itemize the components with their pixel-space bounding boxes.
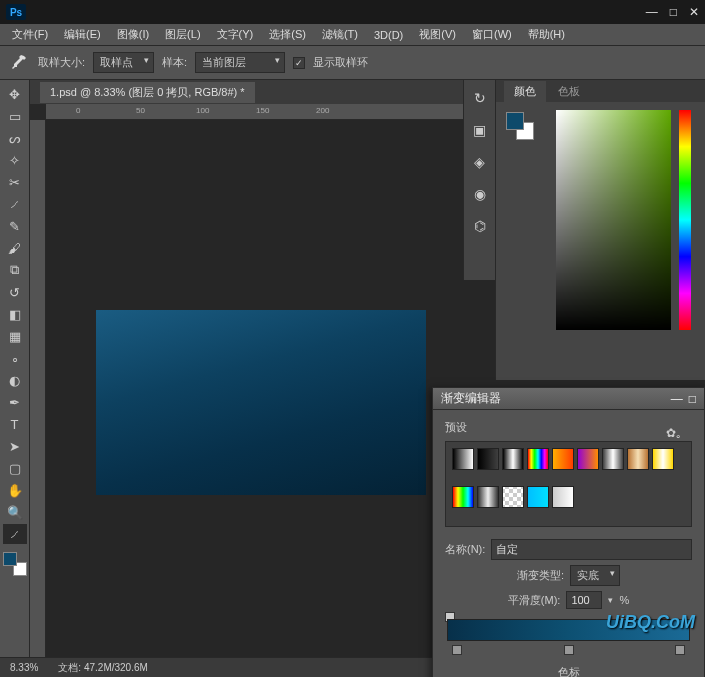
docinfo-value: 47.2M/320.6M — [84, 662, 148, 673]
menubar: 文件(F) 编辑(E) 图像(I) 图层(L) 文字(Y) 选择(S) 滤镜(T… — [0, 24, 705, 46]
gradient-preset[interactable] — [552, 448, 574, 470]
active-eyedropper[interactable]: ⟋ — [3, 524, 27, 544]
color-swatches[interactable] — [3, 552, 27, 576]
pen-tool[interactable]: ✒ — [3, 392, 27, 412]
hand-tool[interactable]: ✋ — [3, 480, 27, 500]
panel-color-swatch[interactable] — [506, 112, 534, 140]
dialog-minimize-icon[interactable]: — — [671, 392, 683, 406]
menu-select[interactable]: 选择(S) — [263, 25, 312, 44]
menu-edit[interactable]: 编辑(E) — [58, 25, 107, 44]
move-tool[interactable]: ✥ — [3, 84, 27, 104]
magic-wand-tool[interactable]: ✧ — [3, 150, 27, 170]
healing-brush-tool[interactable]: ✎ — [3, 216, 27, 236]
sample-layer-dropdown[interactable]: 当前图层 — [195, 52, 285, 73]
menu-file[interactable]: 文件(F) — [6, 25, 54, 44]
gradient-preset[interactable] — [552, 486, 574, 508]
gradient-type-dropdown[interactable]: 实底 — [570, 565, 620, 586]
minimize-button[interactable]: — — [646, 5, 658, 19]
gradient-preset[interactable] — [527, 486, 549, 508]
show-ring-checkbox[interactable]: ✓ — [293, 57, 305, 69]
sample-size-label: 取样大小: — [38, 55, 85, 70]
dodge-tool[interactable]: ◐ — [3, 370, 27, 390]
shape-tool[interactable]: ▢ — [3, 458, 27, 478]
zoom-level[interactable]: 8.33% — [10, 662, 38, 673]
menu-layer[interactable]: 图层(L) — [159, 25, 206, 44]
eyedropper-icon — [8, 52, 30, 74]
gradient-preset[interactable] — [602, 448, 624, 470]
history-brush-tool[interactable]: ↺ — [3, 282, 27, 302]
document-tab[interactable]: 1.psd @ 8.33% (图层 0 拷贝, RGB/8#) * — [40, 82, 255, 103]
crop-tool[interactable]: ✂ — [3, 172, 27, 192]
dialog-title: 渐变编辑器 — [441, 390, 501, 407]
presets-label: 预设 — [445, 420, 467, 435]
channels-icon[interactable]: ◉ — [470, 184, 490, 204]
menu-image[interactable]: 图像(I) — [111, 25, 155, 44]
gradient-preset[interactable] — [627, 448, 649, 470]
brush-tool[interactable]: 🖌 — [3, 238, 27, 258]
sample-label: 样本: — [162, 55, 187, 70]
dialog-titlebar[interactable]: 渐变编辑器 — □ — [433, 388, 704, 410]
gradient-preset[interactable] — [452, 448, 474, 470]
color-stop[interactable] — [452, 645, 462, 655]
panel-dock: ↻ ▣ ◈ ◉ ⌬ — [463, 80, 495, 280]
gradient-type-label: 渐变类型: — [517, 568, 564, 583]
docinfo-label: 文档: — [58, 662, 81, 673]
gradient-preset[interactable] — [502, 448, 524, 470]
gradient-preset[interactable] — [477, 448, 499, 470]
menu-filter[interactable]: 滤镜(T) — [316, 25, 364, 44]
tools-panel: ✥ ▭ ᔕ ✧ ✂ ⟋ ✎ 🖌 ⧉ ↺ ◧ ▦ ∘ ◐ ✒ T ➤ ▢ ✋ 🔍 … — [0, 80, 30, 657]
color-stop[interactable] — [564, 645, 574, 655]
type-tool[interactable]: T — [3, 414, 27, 434]
menu-view[interactable]: 视图(V) — [413, 25, 462, 44]
close-button[interactable]: ✕ — [689, 5, 699, 19]
history-icon[interactable]: ↻ — [470, 88, 490, 108]
tab-color[interactable]: 颜色 — [504, 81, 546, 102]
zoom-tool[interactable]: 🔍 — [3, 502, 27, 522]
percent-label: % — [619, 594, 629, 606]
gradient-preset[interactable] — [452, 486, 474, 508]
maximize-button[interactable]: □ — [670, 5, 677, 19]
gradient-preset[interactable] — [577, 448, 599, 470]
titlebar: Ps — □ ✕ — [0, 0, 705, 24]
layers-icon[interactable]: ◈ — [470, 152, 490, 172]
path-select-tool[interactable]: ➤ — [3, 436, 27, 456]
lasso-tool[interactable]: ᔕ — [3, 128, 27, 148]
gradient-stops — [447, 645, 690, 657]
gradient-name-input[interactable]: 自定 — [491, 539, 692, 560]
color-panel: 颜色 色板 — [495, 80, 705, 380]
gradient-preset[interactable] — [652, 448, 674, 470]
show-ring-label: 显示取样环 — [313, 55, 368, 70]
paths-icon[interactable]: ⌬ — [470, 216, 490, 236]
color-field[interactable] — [556, 110, 671, 330]
color-stop[interactable] — [675, 645, 685, 655]
options-bar: 取样大小: 取样点 样本: 当前图层 ✓ 显示取样环 — [0, 46, 705, 80]
blur-tool[interactable]: ∘ — [3, 348, 27, 368]
gradient-tool[interactable]: ▦ — [3, 326, 27, 346]
smoothness-input[interactable]: 100 — [566, 591, 602, 609]
ps-logo: Ps — [6, 4, 26, 20]
menu-window[interactable]: 窗口(W) — [466, 25, 518, 44]
properties-icon[interactable]: ▣ — [470, 120, 490, 140]
hue-slider[interactable] — [679, 110, 691, 330]
gradient-editor-dialog: 渐变编辑器 — □ 预设 ✿｡ 名称(N): 自定 渐变类型: 实底 — [432, 387, 705, 677]
sample-size-dropdown[interactable]: 取样点 — [93, 52, 154, 73]
clone-stamp-tool[interactable]: ⧉ — [3, 260, 27, 280]
foreground-swatch[interactable] — [3, 552, 17, 566]
eraser-tool[interactable]: ◧ — [3, 304, 27, 324]
canvas-image — [96, 310, 426, 495]
tab-swatches[interactable]: 色板 — [548, 81, 590, 102]
gradient-preset[interactable] — [502, 486, 524, 508]
menu-type[interactable]: 文字(Y) — [211, 25, 260, 44]
marquee-tool[interactable]: ▭ — [3, 106, 27, 126]
eyedropper-tool[interactable]: ⟋ — [3, 194, 27, 214]
stops-section-label: 色标 — [445, 665, 692, 677]
ruler-vertical — [30, 120, 46, 657]
gradient-preset[interactable] — [527, 448, 549, 470]
gradient-presets — [445, 441, 692, 527]
gradient-preset[interactable] — [477, 486, 499, 508]
menu-help[interactable]: 帮助(H) — [522, 25, 571, 44]
menu-3d[interactable]: 3D(D) — [368, 27, 409, 43]
smoothness-label: 平滑度(M): — [508, 593, 561, 608]
presets-gear-icon[interactable]: ✿｡ — [666, 426, 682, 440]
dialog-maximize-icon[interactable]: □ — [689, 392, 696, 406]
